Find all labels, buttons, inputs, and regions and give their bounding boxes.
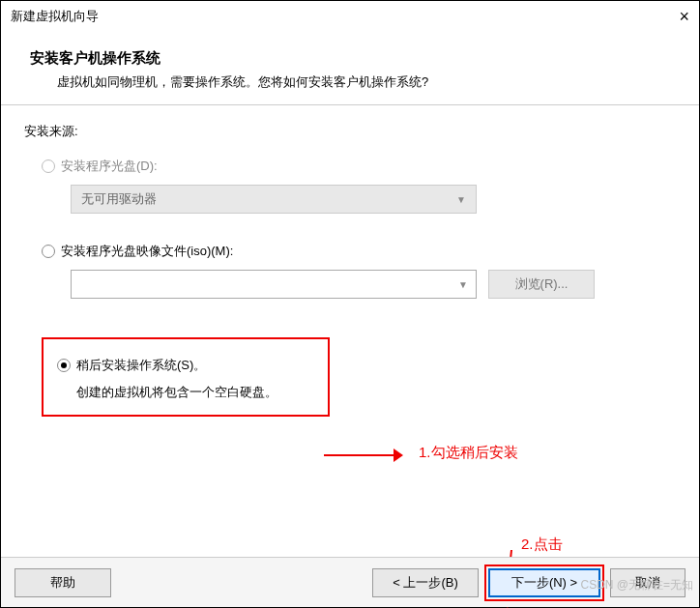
- window-title: 新建虚拟机向导: [11, 8, 99, 25]
- annotation-1: 1.勾选稍后安装: [419, 444, 518, 462]
- wizard-window: 新建虚拟机向导 × 安装客户机操作系统 虚拟机如同物理机，需要操作系统。您将如何…: [0, 0, 700, 608]
- annotation-box-2: 下一步(N) >: [484, 565, 604, 601]
- help-button[interactable]: 帮助: [15, 568, 111, 597]
- annotation-box-1: 稍后安装操作系统(S)。 创建的虚拟机将包含一个空白硬盘。: [42, 337, 330, 417]
- disc-dropdown[interactable]: 无可用驱动器 ▼: [71, 185, 477, 214]
- radio-disc[interactable]: 安装程序光盘(D):: [42, 158, 676, 175]
- radio-later-label: 稍后安装操作系统(S)。: [76, 357, 206, 374]
- browse-label: 浏览(R)...: [515, 275, 569, 293]
- next-button[interactable]: 下一步(N) >: [488, 568, 600, 597]
- chevron-down-icon: ▼: [458, 279, 468, 290]
- radio-later[interactable]: 稍后安装操作系统(S)。: [57, 357, 314, 374]
- header-title: 安装客户机操作系统: [30, 49, 670, 68]
- footer: 帮助 < 上一步(B) 下一步(N) > 取消: [1, 557, 699, 607]
- arrow-icon: [324, 446, 411, 465]
- radio-icon: [42, 245, 55, 258]
- chevron-down-icon: ▼: [456, 194, 466, 205]
- back-button[interactable]: < 上一步(B): [372, 568, 479, 597]
- radio-disc-label: 安装程序光盘(D):: [61, 158, 158, 175]
- header: 安装客户机操作系统 虚拟机如同物理机，需要操作系统。您将如何安装客户机操作系统?: [1, 32, 699, 104]
- radio-iso-label: 安装程序光盘映像文件(iso)(M):: [61, 243, 233, 260]
- titlebar: 新建虚拟机向导 ×: [1, 1, 699, 32]
- browse-button[interactable]: 浏览(R)...: [488, 270, 595, 299]
- radio-iso[interactable]: 安装程序光盘映像文件(iso)(M):: [42, 243, 676, 260]
- source-label: 安装来源:: [24, 123, 676, 140]
- dropdown-value: 无可用驱动器: [81, 190, 157, 208]
- iso-path-input[interactable]: ▼: [71, 270, 477, 299]
- close-icon[interactable]: ×: [679, 7, 689, 27]
- later-description: 创建的虚拟机将包含一个空白硬盘。: [76, 384, 314, 401]
- cancel-button[interactable]: 取消: [610, 568, 685, 597]
- content: 安装来源: 安装程序光盘(D): 无可用驱动器 ▼ 安装程序光盘映像文件(iso…: [1, 105, 699, 417]
- radio-icon: [42, 159, 55, 173]
- header-subtitle: 虚拟机如同物理机，需要操作系统。您将如何安装客户机操作系统?: [30, 73, 670, 91]
- iso-row: ▼ 浏览(R)...: [71, 270, 676, 299]
- radio-icon: [57, 359, 71, 372]
